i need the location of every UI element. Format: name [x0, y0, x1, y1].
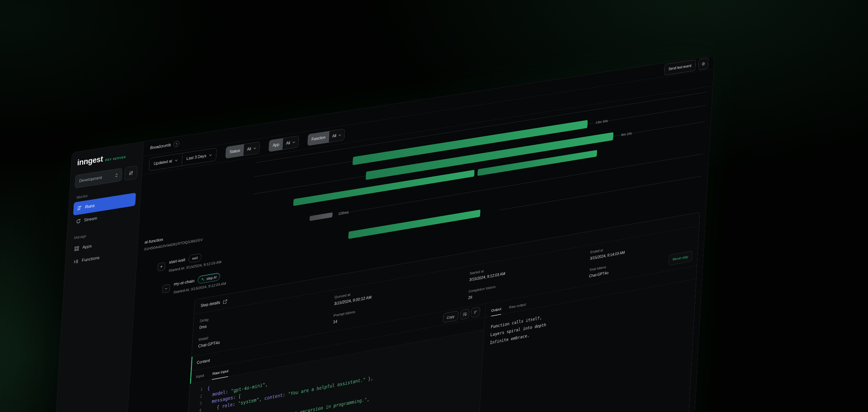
- sidebar: inngest DEV SERVER Development: [43, 142, 144, 412]
- external-link-icon[interactable]: [223, 299, 227, 304]
- sidebar-item-label: Stream: [84, 216, 97, 223]
- status-filter[interactable]: Status All: [225, 142, 260, 159]
- function-filter-value: All: [332, 133, 336, 139]
- chevron-down-icon: [338, 134, 341, 136]
- inngest-logo: inngest: [77, 154, 103, 167]
- inngest-dev-server-window: inngest DEV SERVER Development: [43, 55, 714, 412]
- copy-button[interactable]: Copy: [443, 311, 458, 323]
- app-filter-value: All: [286, 141, 290, 146]
- app-perspective-wrapper: inngest DEV SERVER Development: [43, 55, 714, 412]
- settings-button[interactable]: [698, 58, 709, 70]
- tab-input[interactable]: Input: [196, 373, 204, 383]
- environment-select[interactable]: Development: [75, 168, 122, 188]
- logo-row: inngest DEV SERVER: [76, 149, 139, 168]
- breadcrumb-label: Breadcrumb: [150, 143, 171, 150]
- app-filter-label: App: [269, 138, 283, 152]
- format-lines-button[interactable]: [471, 307, 480, 318]
- wrap-text-icon: [462, 312, 467, 316]
- functions-icon: [74, 259, 79, 264]
- sidebar-item-label: Apps: [82, 244, 92, 250]
- sort-value: Updated at: [154, 159, 172, 166]
- range-select[interactable]: Last 3 Days: [182, 148, 217, 166]
- function-filter-label: Function: [308, 131, 329, 146]
- tab-output[interactable]: Output: [491, 307, 501, 316]
- filters-sliders-button[interactable]: [124, 166, 138, 181]
- content-title: Content: [197, 358, 210, 365]
- app-filter[interactable]: App All: [269, 136, 299, 152]
- step-ai-label: step.AI: [206, 275, 217, 281]
- sliders-icon: [129, 170, 134, 176]
- chevron-down-icon: [209, 154, 212, 156]
- sidebar-item-label: Runs: [85, 203, 95, 209]
- status-filter-value: All: [247, 147, 251, 152]
- sort-select[interactable]: Updated at: [149, 153, 182, 171]
- apps-grid-icon: [74, 246, 79, 251]
- range-value: Last 3 Days: [186, 153, 206, 161]
- help-icon[interactable]: ?: [173, 141, 179, 147]
- environment-value: Development: [79, 175, 102, 183]
- main-area: Breadcrumb ? Send test event: [115, 56, 714, 412]
- chevron-down-icon: [175, 159, 178, 162]
- step-details-title: Step details: [200, 300, 220, 308]
- status-filter-label: Status: [225, 144, 244, 159]
- step-name: my-ai-chain: [174, 278, 195, 287]
- runs-list-icon: [77, 205, 82, 211]
- expand-button[interactable]: +: [157, 262, 165, 271]
- breadcrumb: Breadcrumb ?: [150, 141, 179, 151]
- wait-badge: wait: [189, 253, 202, 263]
- gear-icon: [701, 61, 706, 67]
- background: inngest DEV SERVER Development: [0, 0, 868, 412]
- wrap-text-button[interactable]: [460, 309, 469, 320]
- code-text: {: [207, 385, 210, 392]
- collapse-button[interactable]: −: [162, 284, 170, 293]
- chevron-updown-icon: [115, 173, 118, 178]
- duration-label: 13m 50s: [595, 119, 608, 125]
- chevron-down-icon: [292, 141, 295, 143]
- dev-server-label: DEV SERVER: [105, 156, 126, 162]
- format-lines-icon: [474, 310, 477, 314]
- sparkle-icon: [201, 277, 205, 282]
- sidebar-item-label: Functions: [82, 255, 100, 263]
- duration-label: 6m 10s: [621, 131, 632, 137]
- stream-refresh-icon: [76, 219, 81, 224]
- function-filter[interactable]: Function All: [307, 128, 345, 146]
- chevron-down-icon: [253, 147, 256, 149]
- step-name: start-wait: [169, 257, 185, 265]
